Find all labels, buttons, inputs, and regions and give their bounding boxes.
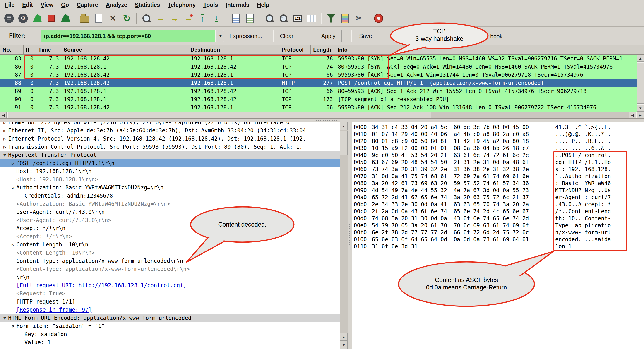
clear-button[interactable]: Clear (273, 30, 300, 42)
column-header-protocol[interactable]: Protocol (279, 45, 311, 54)
scroll-up-button[interactable]: ▲ (340, 122, 348, 130)
menu-statistics[interactable]: Statistics (131, 1, 164, 8)
hex-row-0040[interactable]: 00409c c0 50 4f 53 54 20 2f 63 6f 6e 74 … (354, 152, 644, 159)
menu-telephony[interactable]: Telephony (164, 1, 200, 8)
column-header-if[interactable]: IF (24, 45, 36, 54)
display-filter-button[interactable] (325, 11, 338, 25)
zoom-in-button[interactable]: + (263, 11, 276, 25)
auto-scroll-button[interactable] (244, 11, 256, 25)
menu-tools[interactable]: Tools (200, 1, 222, 8)
menu-edit[interactable]: Edit (18, 1, 37, 8)
detail-line-13[interactable]: Accept: */*\r\n (0, 224, 340, 232)
scroll-left-button[interactable]: ◀ (0, 112, 7, 118)
packet-row-91[interactable]: 9107.3192.168.128.42192.168.128.1TCP6659… (0, 103, 637, 112)
menu-capture[interactable]: Capture (73, 1, 102, 8)
detail-line-1[interactable]: ▷Ethernet II, Src: Apple_de:3e:7b (a4:5e… (0, 126, 340, 135)
menu-file[interactable]: File (1, 1, 18, 8)
help-button[interactable] (372, 11, 385, 25)
go-to-packet-button[interactable]: → (182, 11, 195, 25)
scroll-left-button-secondary[interactable]: ◀ (628, 112, 636, 118)
detail-line-23[interactable]: [Response in frame: 97] (0, 306, 340, 314)
restart-capture-button[interactable] (59, 11, 72, 25)
save-button[interactable]: Save (351, 30, 380, 42)
detail-line-18[interactable]: <Content-Type: application/x-www-form-ur… (0, 265, 340, 273)
preferences-button[interactable]: ✂ (353, 11, 366, 25)
packet-row-89[interactable]: 8907.3192.168.128.1192.168.128.42TCP6680… (0, 87, 637, 95)
detail-line-21[interactable]: <Request: True> (0, 290, 340, 298)
hex-row-00c0[interactable]: 00c02f 2a 0d 0a 43 6f 6e 74 65 6e 74 2d … (354, 208, 644, 215)
hex-row-0060[interactable]: 006073 74 3a 20 31 39 32 2e 31 36 38 2e … (354, 166, 644, 173)
hex-row-0110[interactable]: 011031 6f 6e 3d 311on=1 (354, 243, 644, 250)
packet-row-90[interactable]: 9007.3192.168.128.1192.168.128.42TCP173[… (0, 95, 637, 103)
filter-input[interactable]: ip.addr==192.168.128.1 && tcp.port==80 (41, 30, 216, 42)
menu-internals[interactable]: Internals (222, 1, 253, 8)
expander-icon[interactable]: ▽ (1, 314, 8, 322)
hex-row-0070[interactable]: 007031 0d 0a 41 75 74 68 6f 72 69 7a 61 … (354, 173, 644, 180)
zoom-100-button[interactable]: 1:1 (291, 11, 304, 25)
save-capture-file-button[interactable] (92, 11, 105, 25)
detail-line-25[interactable]: ▽Form item: "saida1on" = "1" (0, 322, 340, 330)
detail-line-26[interactable]: Key: saida1on (0, 330, 340, 338)
hex-row-0050[interactable]: 005063 67 69 20 48 54 54 50 2f 31 2e 31 … (354, 159, 644, 166)
detail-line-22[interactable]: [HTTP request 1/1] (0, 298, 340, 306)
go-back-button[interactable]: ← (154, 11, 167, 25)
stop-capture-button[interactable] (45, 11, 58, 25)
hex-row-00e0[interactable]: 00e054 79 70 65 3a 20 61 70 70 6c 69 63 … (354, 222, 644, 229)
expander-icon[interactable]: ▷ (1, 143, 8, 151)
detail-line-6[interactable]: Host: 192.168.128.1\r\n (0, 167, 340, 175)
expander-icon[interactable]: ▷ (10, 159, 16, 167)
column-header-time[interactable]: Time (36, 45, 61, 54)
start-capture-button[interactable] (31, 11, 44, 25)
packet-list-vscrollbar[interactable]: ▲ ▼ (637, 54, 644, 112)
hex-row-00a0[interactable]: 00a065 72 2d 41 67 65 6e 74 3a 20 63 75 … (354, 194, 644, 201)
hex-row-00d0[interactable]: 00d074 68 3a 20 31 30 0d 0a 43 6f 6e 74 … (354, 215, 644, 222)
hex-row-0000[interactable]: 000034 31 c4 33 04 20 a4 5e 60 de 3e 7b … (354, 124, 644, 131)
detail-line-14[interactable]: <Accept: */*\r\n> (0, 232, 340, 241)
scroll-right-button[interactable]: ▶ (636, 112, 644, 118)
capture-options-button[interactable]: ⚙ (17, 11, 30, 25)
detail-line-15[interactable]: ▷Content-Length: 10\r\n (0, 241, 340, 249)
packet-row-86[interactable]: 8607.3192.168.128.1192.168.128.42TCP7480… (0, 63, 637, 71)
detail-line-12[interactable]: <User-Agent: curl/7.43.0\r\n> (0, 216, 340, 224)
packet-list-hscrollbar[interactable]: ◀ ◀ ▶ (0, 112, 644, 118)
detail-line-27[interactable]: Value: 1 (0, 338, 340, 347)
detail-line-19[interactable]: \r\n (0, 273, 340, 281)
scrollbar-thumb[interactable] (340, 131, 348, 155)
scrollbar-thumb[interactable] (637, 62, 644, 104)
detail-line-3[interactable]: ▷Transmission Control Protocol, Src Port… (0, 143, 340, 151)
column-header-info[interactable]: Info (335, 45, 644, 54)
expander-icon[interactable]: ▽ (10, 322, 16, 330)
menu-help[interactable]: Help (253, 1, 273, 8)
detail-line-9[interactable]: Credentials: admin:12345678 (0, 192, 340, 200)
expander-icon[interactable]: ▷ (10, 241, 16, 249)
close-capture-file-button[interactable]: ✕ (106, 11, 119, 25)
hex-row-0080[interactable]: 00803a 20 42 61 73 69 63 20 59 57 52 74 … (354, 180, 644, 187)
packet-row-83[interactable]: 8307.3192.168.128.42192.168.128.1TCP7859… (0, 54, 637, 63)
detail-line-4[interactable]: ▽Hypertext Transfer Protocol (0, 151, 340, 159)
expander-icon[interactable]: ▷ (1, 135, 8, 143)
detail-line-10[interactable]: <Authorization: Basic YWRtaW46MTIzNDU2Nz… (0, 200, 340, 208)
hex-row-00b0[interactable]: 00b02e 34 33 2e 30 0d 0a 41 63 63 65 70 … (354, 201, 644, 208)
detail-line-20[interactable]: [Full request URI: http://192.168.128.1/… (0, 281, 340, 290)
detail-line-0[interactable]: ▷Frame 88: 277 bytes on wire (2216 bits)… (0, 122, 340, 126)
hex-row-0010[interactable]: 001001 07 14 29 40 00 40 06 a4 4b c0 a8 … (354, 131, 644, 138)
detail-line-17[interactable]: Content-Type: application/x-www-form-url… (0, 257, 340, 265)
column-header-destination[interactable]: Destination (188, 45, 279, 54)
column-header-length[interactable]: Length (311, 45, 335, 54)
column-header-no[interactable]: No. (0, 45, 24, 54)
detail-line-2[interactable]: ▷Internet Protocol Version 4, Src: 192.1… (0, 135, 340, 143)
hex-row-00f0[interactable]: 00f06e 2f 78 2d 77 77 77 2d 66 6f 72 6d … (354, 229, 644, 236)
detail-line-5[interactable]: ▷POST /control.cgi HTTP/1.1\r\n (0, 159, 340, 167)
detail-line-16[interactable]: <Content-Length: 10\r\n> (0, 249, 340, 257)
hex-row-0020[interactable]: 002080 01 e8 c9 00 50 80 8f 1f 42 f9 45 … (354, 138, 644, 145)
hex-row-0090[interactable]: 00904d 54 49 7a 4e 44 55 32 4e 7a 67 3d … (354, 187, 644, 194)
menu-go[interactable]: Go (57, 1, 73, 8)
column-header-source[interactable]: Source (61, 45, 188, 54)
detail-line-24[interactable]: ▽HTML Form URL Encoded: application/x-ww… (0, 314, 340, 322)
list-interfaces-button[interactable]: ≣ (3, 11, 16, 25)
hex-row-0100[interactable]: 010065 6e 63 6f 64 65 64 0d 0a 0d 0a 73 … (354, 236, 644, 243)
detail-line-7[interactable]: <Host: 192.168.128.1\r\n> (0, 175, 340, 184)
expander-icon[interactable]: ▽ (10, 184, 16, 192)
reload-capture-file-button[interactable]: ↻ (120, 11, 133, 25)
menu-analyze[interactable]: Analyze (102, 1, 131, 8)
